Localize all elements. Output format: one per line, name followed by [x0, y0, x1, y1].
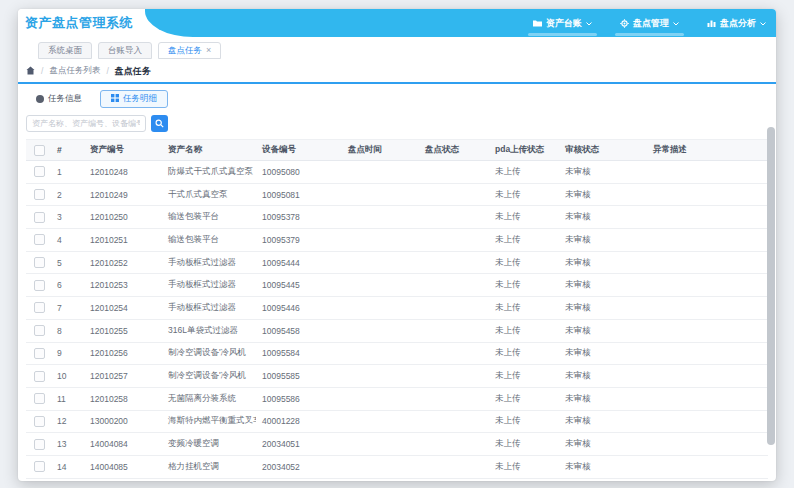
page-tabs: 系统桌面 台账导入 盘点任务 × [18, 37, 776, 60]
cell-pda-status: 未上传 [489, 438, 559, 450]
cell-device-number: 20034051 [256, 439, 342, 449]
chevron-down-icon [673, 18, 679, 28]
tab-label: 系统桌面 [48, 45, 82, 57]
cell-asset-name: 海斯特内燃平衡重式叉车 [162, 415, 256, 427]
tab-task-detail[interactable]: 任务明细 [100, 90, 168, 108]
row-checkbox[interactable] [34, 189, 45, 200]
search-input[interactable] [26, 115, 146, 132]
tab-label: 台账导入 [108, 45, 142, 57]
folder-icon [533, 19, 542, 27]
cell-device-number: 10095444 [256, 258, 342, 268]
row-checkbox[interactable] [34, 280, 45, 291]
tab-inventory-task[interactable]: 盘点任务 × [158, 42, 221, 59]
cell-asset-number: 14004084 [84, 439, 162, 449]
header-nav-bar: 资产台账 盘点管理 [145, 9, 776, 37]
app-window: 资产盘点管理系统 资产台账 盘点管理 [18, 9, 776, 481]
cell-pda-status: 未上传 [489, 257, 559, 269]
nav-item-inventory-analysis[interactable]: 盘点分析 [707, 9, 766, 37]
row-checkbox[interactable] [34, 439, 45, 450]
cell-asset-number: 12010257 [84, 371, 162, 381]
cell-pda-status: 未上传 [489, 347, 559, 359]
cell-index: 5 [51, 258, 84, 268]
cell-device-number: 20034052 [256, 462, 342, 472]
select-all-checkbox[interactable] [34, 145, 45, 156]
cell-audit-status: 未审核 [559, 302, 647, 314]
cell-pda-status: 未上传 [489, 211, 559, 223]
cell-asset-number: 12010252 [84, 258, 162, 268]
cell-audit-status: 未审核 [559, 166, 647, 178]
cell-index: 13 [51, 439, 84, 449]
cell-audit-status: 未审核 [559, 257, 647, 269]
table-row: 4 12010251 输送包装平台 10095379 未上传 未审核 [26, 229, 768, 252]
cell-device-number: 40001228 [256, 416, 342, 426]
tab-label: 任务明细 [123, 93, 157, 105]
tab-task-info[interactable]: 任务信息 [26, 90, 92, 108]
breadcrumb-separator: / [41, 66, 43, 76]
cell-index: 4 [51, 235, 84, 245]
nav-item-label: 资产台账 [546, 17, 582, 30]
header-checkbox-cell [26, 145, 51, 156]
row-checkbox[interactable] [34, 393, 45, 404]
row-checkbox[interactable] [34, 212, 45, 223]
home-icon[interactable] [26, 66, 35, 77]
row-checkbox[interactable] [34, 166, 45, 177]
breadcrumb-task-list[interactable]: 盘点任务列表 [49, 65, 100, 77]
col-audit-status: 审核状态 [559, 144, 647, 156]
cell-pda-status: 未上传 [489, 302, 559, 314]
row-checkbox[interactable] [34, 257, 45, 268]
cell-index: 9 [51, 348, 84, 358]
row-checkbox-cell [26, 439, 51, 450]
cell-index: 14 [51, 462, 84, 472]
cell-asset-name: 防爆式干式爪式真空泵 [162, 166, 256, 178]
cell-index: 1 [51, 167, 84, 177]
table-row: 11 12010258 无菌隔离分装系统 10095586 未上传 未审核 [26, 388, 768, 411]
nav-item-label: 盘点分析 [720, 17, 756, 30]
cell-audit-status: 未审核 [559, 189, 647, 201]
app-header: 资产盘点管理系统 资产台账 盘点管理 [18, 9, 776, 37]
search-button[interactable] [151, 115, 168, 132]
cell-asset-name: 变频冷暖空调 [162, 438, 256, 450]
row-checkbox[interactable] [34, 416, 45, 427]
row-checkbox-cell [26, 212, 51, 223]
cell-asset-number: 12010250 [84, 212, 162, 222]
breadcrumb: / 盘点任务列表 / 盘点任务 [18, 60, 776, 84]
cell-asset-number: 14004085 [84, 462, 162, 472]
cell-audit-status: 未审核 [559, 347, 647, 359]
table-row: 15 14004086 格力挂机空调 20034053 未上传 未审核 [26, 479, 768, 481]
row-checkbox[interactable] [34, 302, 45, 313]
cell-audit-status: 未审核 [559, 325, 647, 337]
table-row: 3 12010250 输送包装平台 10095378 未上传 未审核 [26, 206, 768, 229]
row-checkbox-cell [26, 257, 51, 268]
cell-pda-status: 未上传 [489, 279, 559, 291]
close-icon[interactable]: × [206, 46, 211, 55]
vertical-scrollbar[interactable] [767, 127, 775, 445]
cell-audit-status: 未审核 [559, 279, 647, 291]
nav-item-inventory-mgmt[interactable]: 盘点管理 [620, 9, 679, 37]
table-row: 10 12010257 制冷空调设备'冷风机 10095585 未上传 未审核 [26, 365, 768, 388]
cell-asset-name: 制冷空调设备'冷风机 [162, 347, 256, 359]
nav-item-asset-ledger[interactable]: 资产台账 [533, 9, 592, 37]
row-checkbox[interactable] [34, 325, 45, 336]
cell-pda-status: 未上传 [489, 325, 559, 337]
breadcrumb-separator: / [106, 66, 108, 76]
cell-index: 2 [51, 190, 84, 200]
tab-system-desktop[interactable]: 系统桌面 [38, 42, 92, 59]
cell-index: 10 [51, 371, 84, 381]
cell-asset-name: 316L单袋式过滤器 [162, 325, 256, 337]
row-checkbox[interactable] [34, 371, 45, 382]
col-asset-number: 资产编号 [84, 144, 162, 156]
row-checkbox-cell [26, 325, 51, 336]
row-checkbox[interactable] [34, 461, 45, 472]
cell-pda-status: 未上传 [489, 415, 559, 427]
cell-pda-status: 未上传 [489, 370, 559, 382]
row-checkbox-cell [26, 393, 51, 404]
cell-asset-name: 制冷空调设备'冷风机 [162, 370, 256, 382]
cell-audit-status: 未审核 [559, 234, 647, 246]
cell-pda-status: 未上传 [489, 166, 559, 178]
cell-index: 7 [51, 303, 84, 313]
cell-device-number: 10095586 [256, 394, 342, 404]
row-checkbox[interactable] [34, 348, 45, 359]
cell-audit-status: 未审核 [559, 393, 647, 405]
row-checkbox[interactable] [34, 234, 45, 245]
tab-ledger-import[interactable]: 台账导入 [98, 42, 152, 59]
